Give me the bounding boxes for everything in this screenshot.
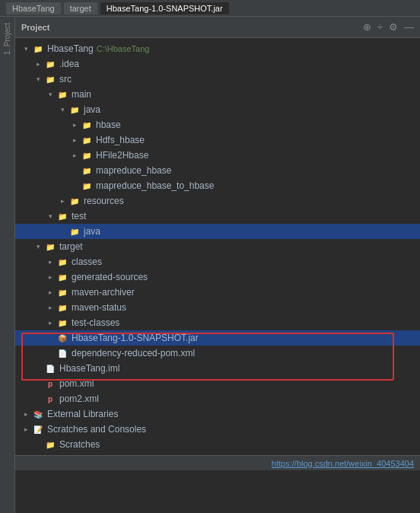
folder-icon-hdfs-hbase: 📁 bbox=[81, 134, 93, 146]
idea-label: .idea bbox=[59, 59, 79, 69]
tree-item-hfile2hbase[interactable]: 📁 HFile2Hbase bbox=[15, 148, 420, 163]
folder-icon-test: 📁 bbox=[56, 210, 68, 222]
xml-file-icon-dep: 📄 bbox=[56, 347, 68, 359]
tab-target[interactable]: target bbox=[64, 2, 97, 14]
hfile2hbase-label: HFile2Hbase bbox=[96, 150, 148, 161]
main-container: 1. Project Project ⊕ ÷ ⚙ — 📁 HbaseTang C… bbox=[0, 17, 420, 513]
tree-item-mapreduce-hbase[interactable]: 📁 mapreduce_hbase bbox=[15, 163, 420, 178]
tree-item-classes[interactable]: 📁 classes bbox=[15, 254, 420, 269]
external-libs-label: External Libraries bbox=[47, 409, 118, 419]
maven-status-label: maven-status bbox=[72, 302, 126, 313]
folder-icon-target: 📁 bbox=[44, 241, 56, 253]
folder-icon-mapreduce-to-hbase: 📁 bbox=[81, 180, 93, 192]
arrow-idea bbox=[33, 59, 43, 69]
jar-label: HbaseTang-1.0-SNAPSHOT.jar bbox=[72, 333, 199, 343]
test-classes-label: test-classes bbox=[72, 317, 119, 328]
tree-wrapper: 📁 HbaseTang C:\HbaseTang 📁 .idea 📁 sr bbox=[15, 38, 420, 455]
tree-item-java-main[interactable]: 📁 java bbox=[15, 102, 420, 117]
arrow-hfile2hbase bbox=[70, 151, 79, 160]
tab-jar[interactable]: HbaseTang-1.0-SNAPSHOT.jar bbox=[100, 2, 229, 14]
mapreduce-to-hbase-label: mapreduce_hbase_to_hbase bbox=[96, 180, 214, 191]
folder-icon-maven-archiver: 📁 bbox=[56, 286, 68, 298]
maven-archiver-label: maven-archiver bbox=[72, 287, 135, 298]
minimize-icon[interactable]: — bbox=[404, 21, 414, 33]
tree-item-target[interactable]: 📁 target bbox=[15, 239, 420, 254]
tree-item-generated-sources[interactable]: 📁 generated-sources bbox=[15, 269, 420, 285]
resources-label: resources bbox=[84, 196, 124, 206]
globe-icon[interactable]: ⊕ bbox=[363, 21, 371, 33]
tree-item-iml[interactable]: 📄 HbaseTang.iml bbox=[15, 361, 420, 376]
arrow-main bbox=[46, 90, 55, 99]
tree-item-idea[interactable]: 📁 .idea bbox=[15, 56, 420, 72]
tree-item-hbase[interactable]: 📁 hbase bbox=[15, 117, 420, 132]
tree-item-jar[interactable]: 📦 HbaseTang-1.0-SNAPSHOT.jar bbox=[15, 330, 420, 346]
target-label: target bbox=[59, 241, 83, 252]
mapreduce-hbase-label: mapreduce_hbase bbox=[96, 165, 171, 176]
bottom-bar: https://blog.csdn.net/weixin_40453404 bbox=[15, 455, 420, 470]
folder-icon-hfile2hbase: 📁 bbox=[81, 149, 93, 161]
split-icon[interactable]: ÷ bbox=[377, 21, 383, 33]
scratches-consoles-label: Scratches and Consoles bbox=[47, 424, 146, 435]
folder-icon-hbase: 📁 bbox=[81, 119, 93, 131]
main-label: main bbox=[72, 89, 91, 100]
jar-file-icon: 📦 bbox=[56, 332, 68, 344]
generated-sources-label: generated-sources bbox=[72, 272, 148, 282]
folder-icon-scratches: 📁 bbox=[44, 438, 56, 451]
tree-item-src[interactable]: 📁 src bbox=[15, 72, 420, 87]
panel-icons: ⊕ ÷ ⚙ — bbox=[363, 21, 414, 33]
folder-icon-mapreduce-hbase: 📁 bbox=[81, 164, 93, 177]
tree-item-main[interactable]: 📁 main bbox=[15, 87, 420, 102]
arrow-root bbox=[21, 44, 30, 53]
pom-label: pom.xml bbox=[59, 378, 94, 389]
folder-icon-src: 📁 bbox=[44, 73, 56, 85]
tree-item-test[interactable]: 📁 test bbox=[15, 209, 420, 224]
settings-icon[interactable]: ⚙ bbox=[389, 21, 398, 33]
tree-item-scratches-consoles[interactable]: 📝 Scratches and Consoles bbox=[15, 422, 420, 437]
folder-icon-main: 📁 bbox=[56, 88, 68, 100]
tree-item-scratches[interactable]: 📁 Scratches bbox=[15, 437, 420, 452]
tree-item-hdfs-hbase[interactable]: 📁 Hdfs_hbase bbox=[15, 132, 420, 148]
arrow-test bbox=[46, 212, 55, 221]
tree-item-external-libs[interactable]: 📚 External Libraries bbox=[15, 406, 420, 422]
arrow-hdfs-hbase bbox=[70, 135, 79, 145]
tree-item-mapreduce-hbase-to-hbase[interactable]: 📁 mapreduce_hbase_to_hbase bbox=[15, 178, 420, 193]
tree-item-pom2[interactable]: p pom2.xml bbox=[15, 391, 420, 406]
arrow-maven-status bbox=[46, 303, 55, 312]
arrow-src bbox=[33, 75, 43, 84]
src-label: src bbox=[59, 74, 72, 84]
hbase-label: hbase bbox=[96, 119, 121, 130]
arrow-test-classes bbox=[46, 318, 55, 327]
tree-item-pom[interactable]: p pom.xml bbox=[15, 376, 420, 391]
scratches-consoles-icon: 📝 bbox=[32, 423, 44, 435]
tree-item-resources[interactable]: 📁 resources bbox=[15, 193, 420, 209]
xml-file-icon-pom: p bbox=[44, 378, 56, 390]
panel-title: Project bbox=[21, 23, 49, 32]
hdfs-hbase-label: Hdfs_hbase bbox=[96, 135, 145, 145]
tree-item-dep-pom[interactable]: 📄 dependency-reduced-pom.xml bbox=[15, 346, 420, 361]
root-path: C:\HbaseTang bbox=[97, 44, 150, 53]
iml-file-icon: 📄 bbox=[44, 362, 56, 374]
java-main-label: java bbox=[84, 104, 100, 115]
tab-hbasetang[interactable]: HbaseTang bbox=[6, 2, 61, 14]
folder-icon-idea: 📁 bbox=[44, 58, 56, 70]
arrow-generated-sources bbox=[46, 272, 55, 282]
tree-item-maven-archiver[interactable]: 📁 maven-archiver bbox=[15, 285, 420, 300]
panel-header: Project ⊕ ÷ ⚙ — bbox=[15, 17, 420, 38]
bottom-url[interactable]: https://blog.csdn.net/weixin_40453404 bbox=[272, 459, 414, 468]
tree-item-test-classes[interactable]: 📁 test-classes bbox=[15, 315, 420, 330]
arrow-maven-archiver bbox=[46, 288, 55, 297]
folder-icon-resources: 📁 bbox=[68, 195, 81, 207]
arrow-target bbox=[33, 242, 43, 251]
tree-item-java-test[interactable]: 📁 java bbox=[15, 224, 420, 239]
pom2-label: pom2.xml bbox=[59, 394, 99, 404]
arrow-java-main bbox=[58, 105, 67, 114]
tree-item-root[interactable]: 📁 HbaseTang C:\HbaseTang bbox=[15, 41, 420, 56]
arrow-hbase bbox=[70, 120, 79, 129]
tree-item-maven-status[interactable]: 📁 maven-status bbox=[15, 300, 420, 315]
dep-pom-label: dependency-reduced-pom.xml bbox=[72, 348, 195, 358]
folder-icon-generated-sources: 📁 bbox=[56, 271, 68, 283]
top-bar: HbaseTang target HbaseTang-1.0-SNAPSHOT.… bbox=[0, 0, 420, 17]
arrow-resources bbox=[58, 196, 67, 206]
iml-label: HbaseTang.iml bbox=[59, 363, 119, 374]
folder-icon-root: 📁 bbox=[32, 43, 44, 55]
